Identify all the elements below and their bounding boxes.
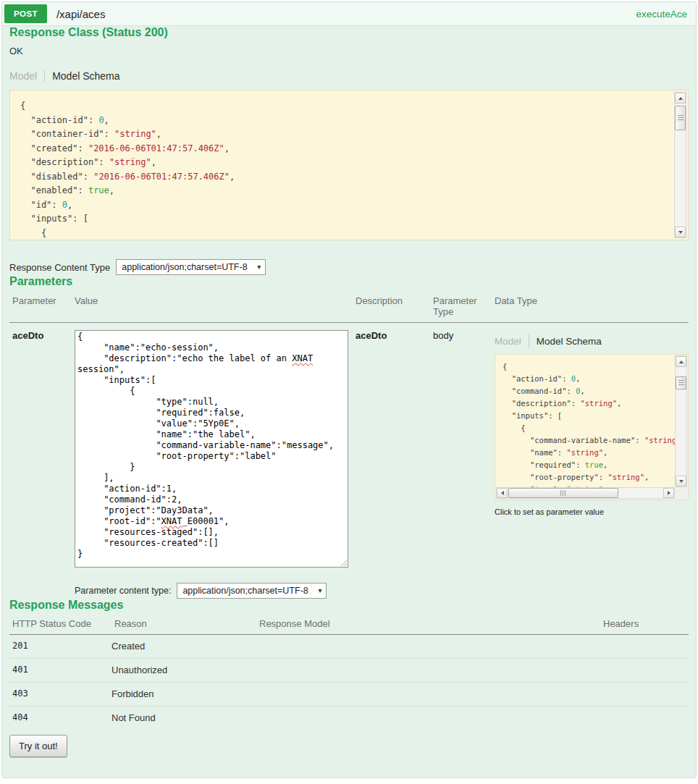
response-content-type-label: Response Content Type	[9, 262, 110, 273]
response-message-row: 403 Forbidden	[9, 683, 689, 707]
response-schema-code: { "action-id": 0, "container-id": "strin…	[20, 99, 670, 240]
parameter-value-cell: { "name":"echo-session", "description":"…	[72, 330, 353, 568]
data-type-tabs: Model Model Schema	[495, 334, 689, 347]
operation-body: Response Class (Status 200) OK Model Mod…	[2, 26, 696, 763]
reason-text: Not Found	[112, 712, 256, 723]
scroll-down-button[interactable]	[676, 476, 686, 486]
response-model-tabs: Model Model Schema	[9, 69, 689, 83]
status-code: 404	[9, 712, 112, 723]
parameters-heading: Parameters	[9, 275, 689, 288]
scroll-right-button[interactable]	[663, 488, 674, 498]
response-message-row: 201 Created	[9, 635, 689, 659]
col-description: Description	[353, 295, 430, 317]
response-message-row: 401 Unauthorized	[9, 659, 689, 683]
parameter-schema-code: { "action-id": 0, "command-id": 0, "desc…	[503, 361, 688, 496]
status-code: 201	[9, 641, 112, 652]
parameter-name: aceDto	[9, 330, 72, 568]
arrow-down-icon	[678, 231, 683, 234]
arrow-down-icon	[679, 480, 684, 483]
reason-text: Forbidden	[112, 688, 256, 699]
response-content-type-select[interactable]: application/json;charset=UTF-8	[117, 260, 265, 274]
scrollbar-thumb[interactable]	[508, 488, 618, 498]
response-model-cell	[256, 688, 600, 699]
col-headers: Headers	[600, 618, 689, 629]
param-snippet-vertical-scrollbar[interactable]	[675, 355, 687, 487]
status-code: 403	[9, 688, 112, 699]
scroll-up-button[interactable]	[676, 356, 686, 367]
http-method-badge[interactable]: POST	[4, 4, 47, 23]
response-model-schema-snippet: { "action-id": 0, "container-id": "strin…	[9, 90, 689, 240]
parameter-description: aceDto	[353, 330, 430, 568]
param-snippet-horizontal-scrollbar[interactable]	[496, 487, 675, 499]
tab-param-model[interactable]: Model	[495, 336, 521, 347]
col-data-type: Data Type	[492, 295, 689, 317]
response-messages-heading: Response Messages	[9, 599, 689, 612]
response-model-cell	[256, 665, 600, 675]
col-reason: Reason	[112, 618, 256, 629]
response-messages-table-header: HTTP Status Code Reason Response Model H…	[9, 618, 689, 635]
headers-cell	[600, 688, 689, 699]
arrow-up-icon	[678, 97, 683, 100]
response-class-description: OK	[9, 46, 689, 56]
parameter-content-type-select-box: application/json;charset=UTF-8 ▾	[177, 583, 327, 599]
thumb-grip-icon	[560, 490, 566, 496]
response-model-cell	[256, 641, 600, 652]
response-content-type-row: Response Content Type application/json;c…	[9, 259, 689, 275]
data-type-cell: Model Model Schema { "action-id": 0, "co…	[492, 330, 689, 568]
parameter-model-schema-snippet[interactable]: { "action-id": 0, "command-id": 0, "desc…	[495, 354, 689, 500]
tab-model[interactable]: Model	[9, 70, 37, 82]
arrow-right-icon	[668, 491, 670, 495]
thumb-grip-icon	[678, 380, 684, 386]
tab-model-schema[interactable]: Model Schema	[52, 70, 119, 82]
response-class-heading: Response Class (Status 200)	[9, 26, 689, 39]
parameter-content-type-row: Parameter content type: application/json…	[75, 583, 689, 599]
snippet-hint-text: Click to set as parameter value	[495, 507, 689, 516]
try-it-out-button[interactable]: Try it out!	[9, 735, 67, 757]
parameter-value-textarea[interactable]: { "name":"echo-session", "description":"…	[75, 330, 348, 568]
headers-cell	[600, 712, 689, 723]
thumb-grip-icon	[678, 115, 684, 121]
operation-nickname-link[interactable]: executeAce	[636, 9, 687, 20]
col-parameter: Parameter	[9, 295, 72, 317]
reason-text: Created	[112, 641, 256, 652]
endpoint-path-link[interactable]: /xapi/aces	[56, 8, 106, 20]
headers-cell	[600, 665, 689, 675]
tab-divider	[529, 334, 529, 347]
tab-divider	[44, 69, 45, 83]
response-model-cell	[256, 712, 600, 723]
parameter-content-type-label: Parameter content type:	[75, 586, 171, 596]
operation-panel: POST /xapi/aces executeAce Response Clas…	[1, 1, 697, 778]
parameter-row: aceDto { "name":"echo-session", "descrip…	[9, 323, 689, 568]
col-parameter-type: Parameter Type	[430, 295, 492, 317]
response-content-type-select-box: application/json;charset=UTF-8 ▾	[116, 259, 266, 275]
scrollbar-thumb[interactable]	[676, 376, 686, 389]
headers-cell	[600, 641, 689, 652]
parameter-content-type-select[interactable]: application/json;charset=UTF-8	[177, 583, 326, 598]
response-snippet-vertical-scrollbar[interactable]	[674, 92, 686, 238]
col-value: Value	[72, 295, 353, 317]
arrow-up-icon	[679, 361, 684, 363]
parameters-table-header: Parameter Value Description Parameter Ty…	[9, 295, 689, 323]
scroll-up-button[interactable]	[675, 93, 686, 104]
parameter-type-value: body	[430, 330, 492, 568]
col-response-model: Response Model	[256, 618, 600, 629]
arrow-left-icon	[501, 491, 504, 495]
status-code: 401	[9, 665, 112, 675]
operation-header[interactable]: POST /xapi/aces executeAce	[2, 2, 696, 26]
scroll-down-button[interactable]	[675, 227, 686, 237]
scrollbar-corner	[675, 487, 687, 499]
scroll-left-button[interactable]	[497, 488, 508, 498]
scrollbar-thumb[interactable]	[675, 106, 686, 130]
response-message-row: 404 Not Found	[9, 707, 689, 730]
reason-text: Unauthorized	[112, 665, 256, 675]
col-http-status-code: HTTP Status Code	[9, 618, 112, 629]
tab-param-model-schema[interactable]: Model Schema	[537, 336, 602, 347]
